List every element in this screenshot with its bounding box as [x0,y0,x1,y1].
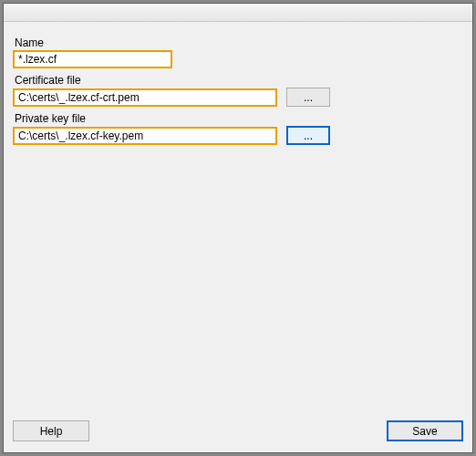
help-button[interactable]: Help [13,420,89,441]
dialog-footer: Help Save [13,420,463,441]
certfile-label: Certificate file [13,74,463,87]
titlebar [4,4,472,22]
certfile-browse-button[interactable]: ... [286,88,330,107]
keyfile-browse-button[interactable]: ... [286,126,330,145]
form-content: Name Certificate file ... Private key fi… [13,31,463,409]
certfile-row: ... [13,88,463,107]
name-label: Name [13,36,463,49]
dialog-window: Name Certificate file ... Private key fi… [3,3,473,453]
keyfile-label: Private key file [13,112,463,125]
name-input[interactable] [13,50,172,68]
save-button[interactable]: Save [387,420,463,441]
certfile-input[interactable] [13,88,277,107]
keyfile-row: ... [13,126,463,145]
keyfile-input[interactable] [13,127,277,145]
